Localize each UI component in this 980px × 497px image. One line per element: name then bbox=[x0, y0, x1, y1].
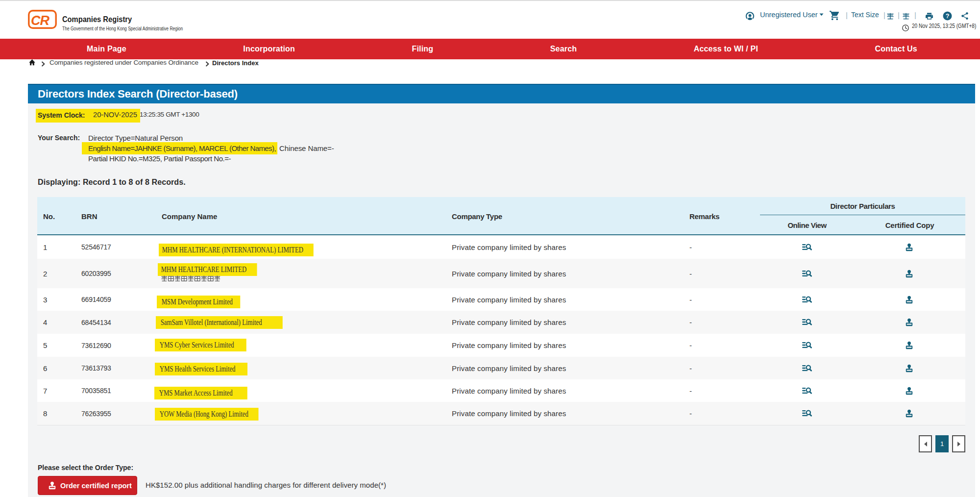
svg-text:CR: CR bbox=[31, 13, 49, 28]
svg-text:?: ? bbox=[946, 12, 950, 19]
